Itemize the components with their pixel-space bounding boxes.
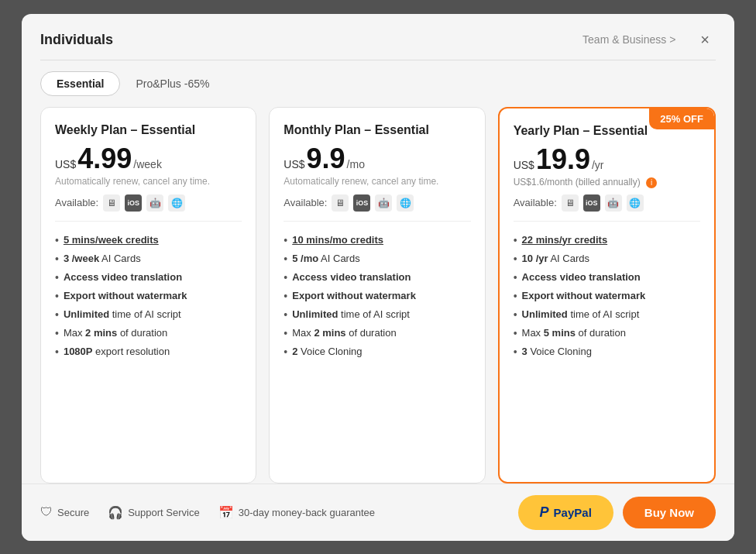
buy-now-button[interactable]: Buy Now xyxy=(623,497,716,528)
desktop-icon-m: 🖥 xyxy=(332,194,349,212)
feature-yearly-3: Access video translation xyxy=(514,268,700,287)
plans-container: Weekly Plan – Essential US$ 4.99 /week A… xyxy=(22,107,734,483)
feature-yearly-7: 3 Voice Cloning xyxy=(514,342,700,361)
features-list-weekly: 5 mins/week credits 3 /week AI Cards Acc… xyxy=(55,231,242,467)
tab-essential[interactable]: Essential xyxy=(40,71,120,96)
features-list-yearly: 22 mins/yr credits 10 /yr AI Cards Acces… xyxy=(514,231,700,466)
feature-monthly-5: Unlimited time of AI script xyxy=(284,305,470,324)
calendar-icon: 📅 xyxy=(218,505,234,520)
sep-weekly xyxy=(55,221,242,222)
feature-yearly-6: Max 5 mins of duration xyxy=(514,324,700,342)
feature-monthly-6: Max 2 mins of duration xyxy=(284,324,470,342)
web-icon-m: 🌐 xyxy=(397,194,414,212)
header-right: Team & Business > × xyxy=(582,28,716,52)
paypal-label: PayPal xyxy=(554,506,592,519)
close-button[interactable]: × xyxy=(694,28,716,52)
support-badge: 🎧 Support Service xyxy=(108,505,200,520)
feature-weekly-1: 5 mins/week credits xyxy=(55,231,242,249)
plan-name-monthly: Monthly Plan – Essential xyxy=(284,123,470,137)
secure-label: Secure xyxy=(57,507,89,518)
feature-weekly-3: Access video translation xyxy=(55,268,242,287)
plan-name-weekly: Weekly Plan – Essential xyxy=(55,123,242,137)
android-icon-m: 🤖 xyxy=(375,194,392,212)
modal-header: Individuals Team & Business > × xyxy=(22,14,734,60)
secure-badge: 🛡 Secure xyxy=(40,505,89,519)
feature-weekly-6: Max 2 mins of duration xyxy=(55,324,242,342)
footer-actions: P PayPal Buy Now xyxy=(518,495,716,530)
price-prefix-yearly: US$ xyxy=(514,159,534,171)
feature-monthly-7: 2 Voice Cloning xyxy=(284,342,470,361)
price-period-monthly: /mo xyxy=(347,158,365,170)
renew-text-monthly: Automatically renew, cancel any time. xyxy=(284,176,470,187)
feature-weekly-7: 1080P export resolution xyxy=(55,342,242,361)
platform-icons-yearly: 🖥 iOS 🤖 🌐 xyxy=(562,194,644,212)
price-main-yearly: 19.9 xyxy=(536,146,590,174)
renew-text-weekly: Automatically renew, cancel any time. xyxy=(55,176,242,187)
guarantee-badge: 📅 30-day money-back guarantee xyxy=(218,505,375,520)
desktop-icon-y: 🖥 xyxy=(562,194,579,212)
feature-weekly-2: 3 /week AI Cards xyxy=(55,249,242,268)
feature-monthly-2: 5 /mo AI Cards xyxy=(284,249,470,268)
feature-monthly-1: 10 mins/mo credits xyxy=(284,231,470,249)
modal-footer: 🛡 Secure 🎧 Support Service 📅 30-day mone… xyxy=(22,483,734,541)
plan-card-weekly: Weekly Plan – Essential US$ 4.99 /week A… xyxy=(40,107,256,483)
price-period-weekly: /week xyxy=(133,158,162,170)
pricing-modal: Individuals Team & Business > × Essentia… xyxy=(22,14,734,541)
price-main-monthly: 9.9 xyxy=(307,145,345,173)
feature-yearly-2: 10 /yr AI Cards xyxy=(514,249,700,268)
feature-weekly-4: Export without watermark xyxy=(55,287,242,305)
desktop-icon: 🖥 xyxy=(103,194,120,212)
paypal-p-icon: P xyxy=(540,504,549,521)
web-icon-y: 🌐 xyxy=(627,194,644,212)
android-icon: 🤖 xyxy=(146,194,163,212)
headset-icon: 🎧 xyxy=(108,505,123,520)
platform-icons-weekly: 🖥 iOS 🤖 🌐 xyxy=(103,194,185,212)
shield-icon: 🛡 xyxy=(40,505,53,519)
tab-proplus[interactable]: Pro&Plus -65% xyxy=(120,72,225,95)
features-list-monthly: 10 mins/mo credits 5 /mo AI Cards Access… xyxy=(284,231,470,467)
price-row-yearly: US$ 19.9 /yr xyxy=(514,146,700,174)
price-prefix-weekly: US$ xyxy=(55,158,76,170)
feature-monthly-3: Access video translation xyxy=(284,268,470,287)
web-icon: 🌐 xyxy=(168,194,185,212)
android-icon-y: 🤖 xyxy=(605,194,622,212)
modal-title: Individuals xyxy=(40,32,113,48)
sep-yearly xyxy=(514,221,700,222)
tabs-row: Essential Pro&Plus -65% xyxy=(22,60,734,107)
feature-monthly-4: Export without watermark xyxy=(284,287,470,305)
price-period-yearly: /yr xyxy=(592,159,604,171)
plan-card-monthly: Monthly Plan – Essential US$ 9.9 /mo Aut… xyxy=(269,107,485,483)
footer-badges: 🛡 Secure 🎧 Support Service 📅 30-day mone… xyxy=(40,505,375,520)
available-label-weekly: Available: xyxy=(55,197,98,208)
feature-yearly-4: Export without watermark xyxy=(514,287,700,305)
price-row-weekly: US$ 4.99 /week xyxy=(55,145,242,173)
ios-icon-m: iOS xyxy=(353,194,370,212)
plan-card-yearly: 25% OFF Yearly Plan – Essential US$ 19.9… xyxy=(498,107,716,483)
feature-weekly-5: Unlimited time of AI script xyxy=(55,305,242,324)
available-row-yearly: Available: 🖥 iOS 🤖 🌐 xyxy=(514,194,700,212)
price-prefix-monthly: US$ xyxy=(284,158,304,170)
available-row-monthly: Available: 🖥 iOS 🤖 🌐 xyxy=(284,194,470,212)
feature-yearly-5: Unlimited time of AI script xyxy=(514,305,700,324)
info-icon-yearly[interactable]: i xyxy=(646,177,657,188)
price-sub-yearly: US$1.6/month (billed annually) i xyxy=(514,177,700,188)
guarantee-label: 30-day money-back guarantee xyxy=(239,507,375,518)
price-main-weekly: 4.99 xyxy=(77,145,132,173)
feature-yearly-1: 22 mins/yr credits xyxy=(514,231,700,249)
paypal-button[interactable]: P PayPal xyxy=(518,495,613,530)
team-business-link[interactable]: Team & Business > xyxy=(582,33,675,46)
platform-icons-monthly: 🖥 iOS 🤖 🌐 xyxy=(332,194,414,212)
price-row-monthly: US$ 9.9 /mo xyxy=(284,145,470,173)
modal-overlay: Individuals Team & Business > × Essentia… xyxy=(0,0,756,554)
ios-icon-y: iOS xyxy=(583,194,600,212)
available-label-yearly: Available: xyxy=(514,197,557,208)
ios-icon: iOS xyxy=(125,194,142,212)
sep-monthly xyxy=(284,221,470,222)
available-label-monthly: Available: xyxy=(284,197,327,208)
support-label: Support Service xyxy=(128,507,200,518)
discount-badge: 25% OFF xyxy=(649,108,714,129)
available-row-weekly: Available: 🖥 iOS 🤖 🌐 xyxy=(55,194,242,212)
